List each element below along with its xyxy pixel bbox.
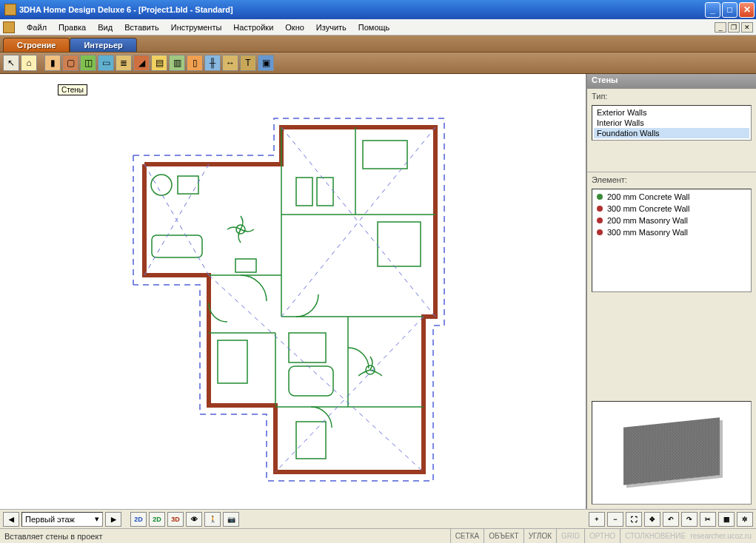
status-dot-icon [597, 194, 603, 200]
redo-icon[interactable]: ↷ [681, 512, 698, 527]
status-cell-collide[interactable]: СТОЛКНОВЕНИЕ [620, 529, 690, 543]
zoom-fit-icon[interactable]: ⛶ [626, 512, 642, 527]
svg-rect-14 [363, 141, 407, 169]
menu-settings[interactable]: Настройки [227, 21, 279, 33]
status-dot-icon [597, 217, 603, 223]
element-item-label: 200 mm Concrete Wall [607, 192, 689, 201]
ceiling-tool-icon[interactable]: ▤ [151, 55, 167, 71]
floor-tool-icon[interactable]: ▥ [169, 55, 185, 71]
status-cell-grid2[interactable]: GRID [556, 529, 584, 543]
title-bar: 3DHA Home Design Deluxe 6 - [Project1.bl… [0, 0, 756, 19]
wall-tool-icon[interactable]: ▮ [44, 55, 61, 71]
main-area: Стены [0, 74, 756, 509]
view-walk-icon[interactable]: 🚶 [204, 512, 221, 527]
type-item-exterior[interactable]: Exterior Walls [594, 107, 749, 118]
status-dot-icon [597, 229, 603, 235]
svg-rect-9 [152, 235, 202, 257]
view-eye-icon[interactable]: 👁 [186, 512, 202, 527]
window-tool-icon[interactable]: ◫ [80, 55, 96, 71]
roof-tool-icon[interactable]: ◢ [133, 55, 150, 71]
mdi-close-button[interactable]: ✕ [741, 22, 753, 33]
floor-up-button[interactable]: ▶ [105, 512, 121, 527]
door-tool-icon[interactable]: ▢ [62, 55, 78, 71]
type-label: Тип: [587, 89, 756, 104]
undo-icon[interactable]: ↶ [663, 512, 679, 527]
type-list[interactable]: Exterior Walls Interior Walls Foundation… [592, 105, 752, 141]
mdi-restore-button[interactable]: ❐ [728, 22, 740, 33]
menu-view[interactable]: Вид [92, 21, 118, 33]
menu-tools[interactable]: Инструменты [165, 21, 228, 33]
floor-down-button[interactable]: ◀ [3, 512, 19, 527]
svg-line-28 [275, 317, 424, 472]
type-item-foundation[interactable]: Foundation Walls [594, 128, 749, 138]
opening-tool-icon[interactable]: ▭ [98, 55, 114, 71]
element-label: Элемент: [587, 172, 756, 187]
tab-building[interactable]: Строение [3, 38, 70, 52]
dimension-tool-icon[interactable]: ↔ [222, 55, 238, 71]
column-tool-icon[interactable]: ▯ [187, 55, 203, 71]
svg-rect-16 [317, 178, 333, 206]
svg-rect-22 [296, 422, 326, 459]
svg-rect-13 [235, 259, 256, 272]
view-2d-shaded-button[interactable]: 2D [149, 512, 165, 527]
chevron-down-icon: ▾ [95, 514, 99, 524]
grid-icon[interactable]: ▦ [718, 512, 735, 527]
element-item-label: 200 mm Masonry Wall [607, 216, 688, 225]
camera-tool-icon[interactable]: ▣ [258, 55, 274, 71]
floor-selector-value: Первый этаж [25, 515, 75, 524]
status-cell-angle[interactable]: УГЛОК [523, 529, 556, 543]
stair-tool-icon[interactable]: ≣ [116, 55, 132, 71]
menu-window[interactable]: Окно [279, 21, 310, 33]
svg-point-10 [151, 175, 172, 195]
svg-rect-21 [218, 340, 247, 383]
view-camera-icon[interactable]: 📷 [223, 512, 239, 527]
toolbar: ↖ ⌂ ▮ ▢ ◫ ▭ ≣ ◢ ▤ ▥ ▯ ╫ ↔ T ▣ [0, 52, 756, 74]
snap-icon[interactable]: ✲ [737, 512, 753, 527]
status-cell-ortho[interactable]: ОРТНО [584, 529, 620, 543]
doc-icon [3, 21, 15, 33]
floor-selector[interactable]: Первый этаж ▾ [21, 512, 103, 527]
mode-tab-bar: Строение Интерьер [0, 36, 756, 52]
app-icon [4, 4, 16, 16]
menu-help[interactable]: Помощь [352, 21, 396, 33]
floorplan-drawing [126, 111, 452, 488]
element-list[interactable]: 200 mm Concrete Wall 300 mm Concrete Wal… [592, 189, 752, 292]
close-button[interactable]: ✕ [739, 2, 755, 18]
menu-file[interactable]: Файл [21, 21, 53, 33]
view-2d-button[interactable]: 2D [130, 512, 147, 527]
element-item-label: 300 mm Masonry Wall [607, 228, 688, 237]
tab-interior[interactable]: Интерьер [70, 38, 136, 52]
type-item-interior[interactable]: Interior Walls [594, 118, 749, 128]
view-3d-button[interactable]: 3D [167, 512, 184, 527]
cut-icon[interactable]: ✂ [700, 512, 716, 527]
zoom-out-icon[interactable]: − [607, 512, 623, 527]
svg-rect-18 [289, 333, 326, 362]
assistant-tool-icon[interactable]: ⌂ [21, 55, 37, 71]
maximize-button[interactable]: □ [722, 2, 737, 18]
side-panel: Стены Тип: Exterior Walls Interior Walls… [586, 74, 756, 509]
menu-learn[interactable]: Изучить [310, 21, 352, 33]
view-toolbar: ◀ Первый этаж ▾ ▶ 2D 2D 3D 👁 🚶 📷 + − ⛶ ✥… [0, 509, 756, 528]
menu-edit[interactable]: Правка [53, 21, 92, 33]
element-preview [592, 401, 752, 505]
window-title: 3DHA Home Design Deluxe 6 - [Project1.bl… [19, 5, 705, 14]
svg-rect-19 [289, 366, 333, 396]
tooltip-walls: Стены [58, 84, 87, 95]
status-cell-grid[interactable]: СЕТКА [450, 529, 484, 543]
drawing-canvas[interactable]: Стены [0, 74, 586, 509]
watermark: researcher.ucoz.ru [690, 532, 756, 540]
minimize-button[interactable]: _ [705, 2, 720, 18]
status-dot-icon [597, 206, 603, 212]
element-item[interactable]: 300 mm Masonry Wall [594, 226, 749, 238]
pan-icon[interactable]: ✥ [644, 512, 660, 527]
text-tool-icon[interactable]: T [240, 55, 256, 71]
mdi-minimize-button[interactable]: _ [715, 22, 726, 33]
pointer-tool-icon[interactable]: ↖ [3, 55, 19, 71]
zoom-in-icon[interactable]: + [589, 512, 605, 527]
element-item[interactable]: 300 mm Concrete Wall [594, 203, 749, 215]
element-item[interactable]: 200 mm Concrete Wall [594, 191, 749, 203]
railing-tool-icon[interactable]: ╫ [204, 55, 221, 71]
element-item[interactable]: 200 mm Masonry Wall [594, 215, 749, 226]
status-cell-object[interactable]: ОБЪЕКТ [484, 529, 523, 543]
menu-insert[interactable]: Вставить [118, 21, 165, 33]
